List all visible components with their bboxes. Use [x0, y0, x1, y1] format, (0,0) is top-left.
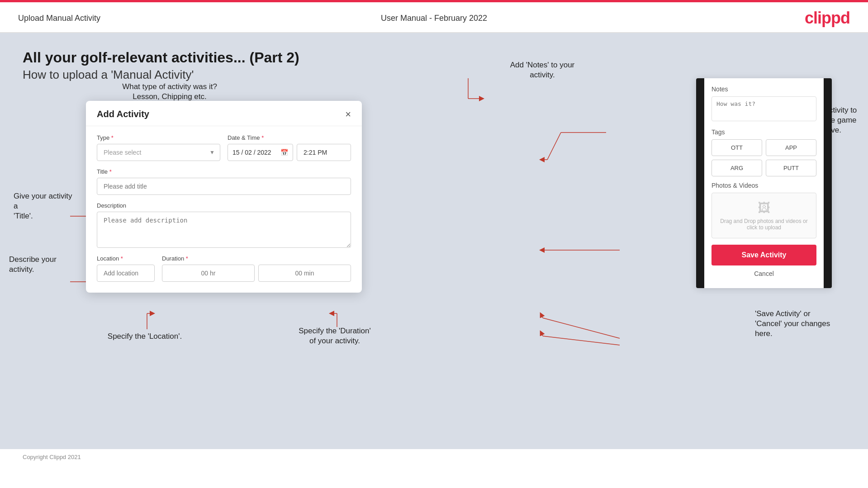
add-activity-modal: Add Activity × Type * Please select ▼: [86, 101, 362, 293]
description-textarea[interactable]: [97, 212, 351, 248]
annotation-notes: Add 'Notes' to your activity.: [497, 60, 588, 80]
main-content: All your golf-relevant activities... (Pa…: [0, 33, 868, 449]
date-time-wrapper: 15 / 02 / 2022 📅 2:21 PM: [228, 144, 351, 161]
location-duration-row: Location * Duration *: [97, 255, 351, 282]
modal-close-button[interactable]: ×: [345, 109, 351, 119]
footer: Copyright Clippd 2021: [0, 449, 868, 465]
cancel-link[interactable]: Cancel: [711, 270, 816, 281]
datetime-label: Date & Time *: [228, 134, 351, 141]
right-panel: Notes Tags OTT APP ARG PUTT Photos & Vid…: [696, 78, 832, 288]
annotation-describe: Describe your activity.: [9, 255, 72, 275]
annotation-save: 'Save Activity' or 'Cancel' your changes…: [755, 309, 859, 339]
tags-grid: OTT APP ARG PUTT: [711, 139, 816, 176]
top-bar: Upload Manual Activity User Manual - Feb…: [0, 2, 868, 33]
copyright: Copyright Clippd 2021: [23, 454, 81, 460]
calendar-icon: 📅: [280, 149, 288, 156]
svg-line-23: [543, 318, 620, 338]
description-label: Description: [97, 202, 351, 209]
duration-min-input[interactable]: [258, 265, 351, 282]
annotation-give-title: Give your activity a 'Title'.: [14, 191, 77, 221]
header-left: Upload Manual Activity: [18, 14, 100, 23]
tag-putt[interactable]: PUTT: [766, 160, 816, 176]
title-group: Title *: [97, 168, 351, 195]
datetime-group: Date & Time * 15 / 02 / 2022 📅 2:21 PM: [228, 134, 351, 161]
type-label: Type *: [97, 134, 220, 141]
svg-line-25: [543, 336, 620, 345]
duration-inputs: [162, 265, 351, 282]
duration-label: Duration *: [162, 255, 351, 262]
annotation-duration: Specify the 'Duration' of your activity.: [280, 326, 389, 346]
notes-textarea[interactable]: [711, 96, 816, 121]
type-group: Type * Please select ▼: [97, 134, 220, 161]
title-input[interactable]: [97, 178, 351, 195]
location-label: Location *: [97, 255, 155, 262]
tag-arg[interactable]: ARG: [711, 160, 762, 176]
tag-ott[interactable]: OTT: [711, 139, 762, 156]
svg-line-24: [541, 313, 543, 318]
modal-body: Type * Please select ▼ Date & Time *: [86, 126, 362, 293]
type-select[interactable]: Please select: [97, 144, 220, 161]
date-input[interactable]: 15 / 02 / 2022 📅: [228, 144, 293, 161]
annotation-location: Specify the 'Location'.: [102, 332, 188, 341]
type-datetime-row: Type * Please select ▼ Date & Time *: [97, 134, 351, 161]
location-group: Location *: [97, 255, 155, 282]
type-select-wrapper: Please select ▼: [97, 144, 220, 161]
right-panel-inner: Notes Tags OTT APP ARG PUTT Photos & Vid…: [704, 78, 824, 288]
photos-section-label: Photos & Videos: [711, 182, 816, 189]
location-input[interactable]: [97, 265, 155, 282]
title-label: Title *: [97, 168, 351, 175]
header-center: User Manual - February 2022: [381, 14, 487, 23]
photo-upload-area[interactable]: 🖼 Drag and Drop photos and videos or cli…: [711, 193, 816, 238]
duration-group: Duration *: [162, 255, 351, 282]
svg-line-19: [547, 133, 561, 160]
modal-header: Add Activity ×: [86, 101, 362, 126]
annotation-what-type: What type of activity was it? Lesson, Ch…: [115, 82, 224, 102]
svg-line-26: [541, 332, 543, 336]
time-input[interactable]: 2:21 PM: [297, 144, 351, 161]
notes-section-label: Notes: [711, 85, 816, 93]
modal-title: Add Activity: [97, 109, 149, 119]
page-title: All your golf-relevant activities... (Pa…: [23, 49, 845, 66]
tag-app[interactable]: APP: [766, 139, 816, 156]
photo-icon: 🖼: [719, 200, 809, 215]
save-activity-button[interactable]: Save Activity: [711, 245, 816, 265]
tags-section-label: Tags: [711, 128, 816, 136]
description-group: Description: [97, 202, 351, 248]
duration-hr-input[interactable]: [162, 265, 255, 282]
logo: clippd: [805, 9, 850, 28]
